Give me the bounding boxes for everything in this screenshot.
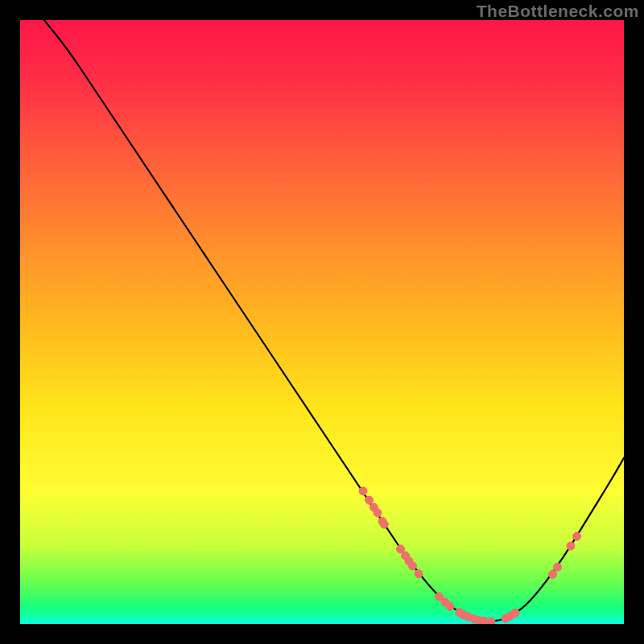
data-dot: [487, 617, 495, 624]
data-dot: [409, 562, 417, 570]
data-dot: [554, 564, 562, 572]
data-dot: [480, 617, 488, 624]
data-dot: [549, 571, 557, 579]
plot-area: [20, 20, 624, 624]
data-dot: [415, 570, 423, 578]
data-dot: [511, 609, 519, 617]
chart-frame: TheBottleneck.com: [0, 0, 644, 644]
bottleneck-curve: [44, 20, 624, 621]
data-dot: [380, 520, 388, 528]
curve-layer: [20, 20, 624, 624]
data-dot: [374, 509, 382, 517]
data-dot: [567, 542, 575, 550]
data-dot: [365, 496, 374, 504]
data-dot: [573, 532, 581, 540]
data-dot: [446, 602, 454, 610]
data-dots: [359, 487, 581, 624]
watermark-text: TheBottleneck.com: [477, 2, 639, 21]
data-dot: [359, 487, 367, 495]
